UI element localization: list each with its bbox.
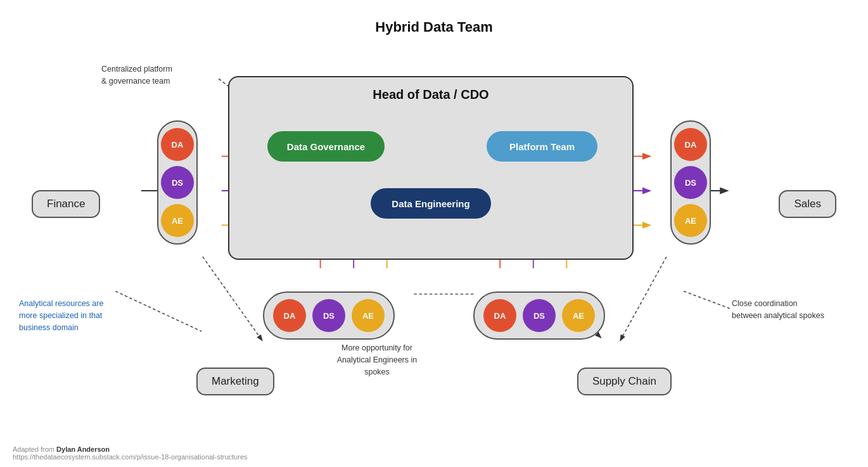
marketing-box: Marketing (196, 368, 274, 395)
footer-url: https://thedataecosystem.substack.com/p/… (13, 453, 248, 461)
left-ae-circle: AE (161, 204, 194, 237)
bottom-right-spoke: DA DS AE (473, 291, 605, 340)
diagram: Head of Data / CDO Data Governance Platf… (0, 44, 868, 429)
right-ae-circle: AE (674, 204, 707, 237)
left-da-circle: DA (161, 128, 194, 161)
bottom-right-ae-circle: AE (562, 299, 595, 332)
data-engineering-pill: Data Engineering (371, 188, 491, 219)
svg-line-22 (115, 291, 201, 331)
bottom-left-ds-circle: DS (312, 299, 345, 332)
annotation-bottom-left: Analytical resources are more specialize… (19, 298, 120, 333)
bottom-right-ds-circle: DS (523, 299, 556, 332)
bottom-left-ae-circle: AE (352, 299, 385, 332)
annotation-bottom-center: More opportunity for Analytical Engineer… (323, 342, 431, 378)
hub-box: Head of Data / CDO Data Governance Platf… (228, 76, 634, 260)
bottom-left-da-circle: DA (273, 299, 306, 332)
hub-title: Head of Data / CDO (229, 87, 632, 102)
footer: Adapted from Dylan Anderson https://thed… (13, 445, 248, 461)
footer-author: Dylan Anderson (56, 445, 110, 453)
right-ds-circle: DS (674, 166, 707, 199)
bottom-right-da-circle: DA (483, 299, 516, 332)
sales-box: Sales (779, 190, 836, 218)
right-spoke-group: DA DS AE (670, 120, 711, 245)
platform-team-pill: Platform Team (487, 131, 597, 162)
svg-line-21 (620, 257, 666, 340)
page-title: Hybrid Data Team (0, 0, 868, 35)
finance-box: Finance (32, 190, 100, 218)
left-ds-circle: DS (161, 166, 194, 199)
svg-line-24 (684, 291, 729, 309)
left-spoke-group: DA DS AE (157, 120, 198, 245)
svg-line-18 (203, 257, 262, 340)
right-da-circle: DA (674, 128, 707, 161)
footer-adapted: Adapted from (13, 445, 56, 453)
annotation-bottom-right: Close coordination between analytical sp… (732, 298, 833, 322)
supply-chain-box: Supply Chain (577, 368, 672, 395)
data-governance-pill: Data Governance (267, 131, 385, 162)
annotation-top-left: Centralized platform & governance team (101, 63, 172, 87)
bottom-left-spoke: DA DS AE (263, 291, 395, 340)
